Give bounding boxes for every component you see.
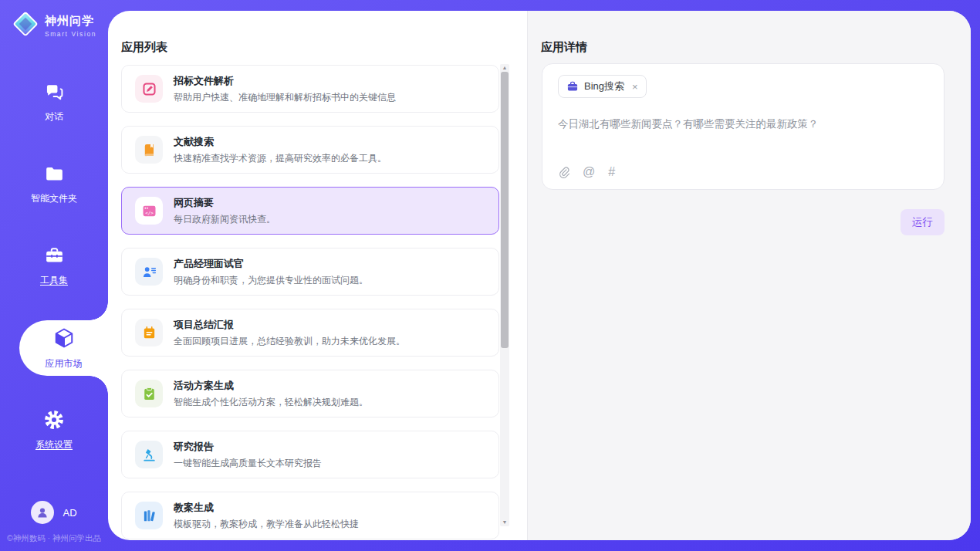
- app-item-title: 项目总结汇报: [174, 318, 405, 332]
- app-item-title: 产品经理面试官: [174, 257, 368, 271]
- sidebar-item-label: 应用市场: [46, 357, 83, 370]
- app-item-title: 招标文件解析: [174, 74, 396, 88]
- browser-code-icon: </>: [135, 197, 163, 225]
- app-list-item[interactable]: 招标文件解析 帮助用户快速、准确地理解和解析招标书中的关键信息: [121, 65, 499, 113]
- copyright-footer: ©神州数码 · 神州问学出品: [7, 533, 101, 544]
- app-list-pane: 应用列表 招标文件解析 帮助用户快速、准确地理解和解析招标书中的关键信息 文献搜…: [108, 11, 527, 540]
- avatar: [31, 501, 54, 524]
- sidebar-item-label: 对话: [45, 110, 63, 123]
- sidebar-item-chat[interactable]: 对话: [0, 75, 108, 130]
- sidebar-nav: 对话 智能文件夹 工具集 应用市场 系统设置: [0, 75, 108, 458]
- microscope-icon: [135, 441, 163, 468]
- scrollbar-thumb[interactable]: [501, 72, 509, 348]
- brand-logo: 神州问学 Smart Vision: [12, 10, 96, 41]
- hash-icon[interactable]: #: [608, 165, 615, 179]
- app-item-title: 网页摘要: [174, 196, 275, 210]
- brand-name: 神州问学: [45, 14, 96, 29]
- brand-diamond-icon: [12, 10, 39, 41]
- app-item-description: 全面回顾项目进展，总结经验教训，助力未来优化发展。: [174, 335, 405, 348]
- books-icon: [135, 502, 163, 529]
- book-icon: [135, 136, 163, 164]
- app-window: 神州问学 Smart Vision 对话 智能文件夹 工具集 应用市场 系统设置…: [0, 0, 980, 551]
- composer-toolbar: @#: [558, 165, 615, 179]
- scrollbar-up-icon[interactable]: ▲: [500, 64, 509, 72]
- toolbox-icon: [44, 245, 65, 269]
- at-icon[interactable]: @: [583, 165, 595, 179]
- svg-text:</>: </>: [145, 210, 154, 215]
- sidebar-item-label: 智能文件夹: [31, 192, 77, 205]
- app-list-item[interactable]: 研究报告 一键智能生成高质量长文本研究报告: [121, 431, 499, 478]
- chat-icon: [44, 82, 65, 105]
- chip-close-icon[interactable]: ×: [632, 81, 638, 93]
- app-item-description: 模板驱动，教案秒成，教学准备从此轻松快捷: [174, 518, 359, 531]
- tool-chip-label: Bing搜索: [584, 79, 624, 93]
- user-initials: AD: [63, 507, 76, 519]
- cube-icon: [52, 326, 76, 352]
- question-text[interactable]: 今日湖北有哪些新闻要点？有哪些需要关注的最新政策？: [558, 117, 928, 132]
- app-list-item[interactable]: 文献搜索 快速精准查找学术资源，提高研究效率的必备工具。: [121, 126, 499, 174]
- sidebar-item-toolbox[interactable]: 工具集: [0, 238, 108, 294]
- content-panel: 应用列表 招标文件解析 帮助用户快速、准确地理解和解析招标书中的关键信息 文献搜…: [108, 11, 971, 540]
- tool-chip-bing-search[interactable]: Bing搜索 ×: [558, 75, 647, 98]
- clipboard-check-icon: [135, 380, 163, 407]
- run-button[interactable]: 运行: [901, 209, 945, 235]
- app-item-title: 研究报告: [174, 440, 322, 454]
- briefcase-icon: [566, 80, 579, 93]
- sidebar-item-cube[interactable]: 应用市场: [19, 320, 108, 376]
- paperclip-icon[interactable]: [558, 166, 569, 179]
- app-list-title: 应用列表: [121, 40, 167, 55]
- pen-square-icon: [135, 75, 163, 103]
- app-item-description: 明确身份和职责，为您提供专业性的面试问题。: [174, 274, 368, 287]
- app-detail-pane: 应用详情 Bing搜索 × 今日湖北有哪些新闻要点？有哪些需要关注的最新政策？ …: [527, 11, 971, 540]
- app-item-description: 每日政府新闻资讯快查。: [174, 213, 275, 226]
- app-item-title: 文献搜索: [174, 135, 387, 149]
- sidebar: 神州问学 Smart Vision 对话 智能文件夹 工具集 应用市场 系统设置…: [0, 0, 108, 551]
- app-list-item[interactable]: 教案生成 模板驱动，教案秒成，教学准备从此轻松快捷: [121, 492, 499, 539]
- prompt-card: Bing搜索 × 今日湖北有哪些新闻要点？有哪些需要关注的最新政策？ @#: [542, 63, 945, 190]
- sidebar-item-label: 工具集: [40, 274, 68, 287]
- run-row: 运行: [542, 209, 945, 235]
- sidebar-item-folder[interactable]: 智能文件夹: [0, 157, 108, 212]
- app-list-item[interactable]: 产品经理面试官 明确身份和职责，为您提供专业性的面试问题。: [121, 248, 499, 296]
- gear-icon: [43, 409, 65, 433]
- scrollbar-down-icon[interactable]: ▼: [500, 519, 509, 526]
- interviewer-icon: [135, 258, 163, 286]
- user-menu[interactable]: AD: [31, 501, 76, 524]
- scrollbar[interactable]: ▲ ▼: [500, 64, 509, 526]
- app-list-item[interactable]: </> 网页摘要 每日政府新闻资讯快查。: [121, 187, 499, 235]
- folder-icon: [44, 164, 65, 187]
- app-item-description: 智能生成个性化活动方案，轻松解决规划难题。: [174, 396, 368, 409]
- app-detail-title: 应用详情: [541, 40, 587, 55]
- sidebar-item-label: 系统设置: [35, 438, 73, 451]
- app-item-description: 一键智能生成高质量长文本研究报告: [174, 457, 322, 470]
- app-list-item[interactable]: 活动方案生成 智能生成个性化活动方案，轻松解决规划难题。: [121, 370, 499, 417]
- report-note-icon: [135, 319, 163, 346]
- app-list-item[interactable]: 项目总结汇报 全面回顾项目进展，总结经验教训，助力未来优化发展。: [121, 309, 499, 357]
- sidebar-item-gear[interactable]: 系统设置: [0, 402, 108, 458]
- app-item-description: 帮助用户快速、准确地理解和解析招标书中的关键信息: [174, 91, 396, 104]
- app-list: 招标文件解析 帮助用户快速、准确地理解和解析招标书中的关键信息 文献搜索 快速精…: [121, 65, 499, 539]
- app-item-title: 教案生成: [174, 501, 359, 515]
- app-item-title: 活动方案生成: [174, 379, 368, 393]
- brand-subtitle: Smart Vision: [45, 30, 96, 38]
- app-item-description: 快速精准查找学术资源，提高研究效率的必备工具。: [174, 152, 387, 165]
